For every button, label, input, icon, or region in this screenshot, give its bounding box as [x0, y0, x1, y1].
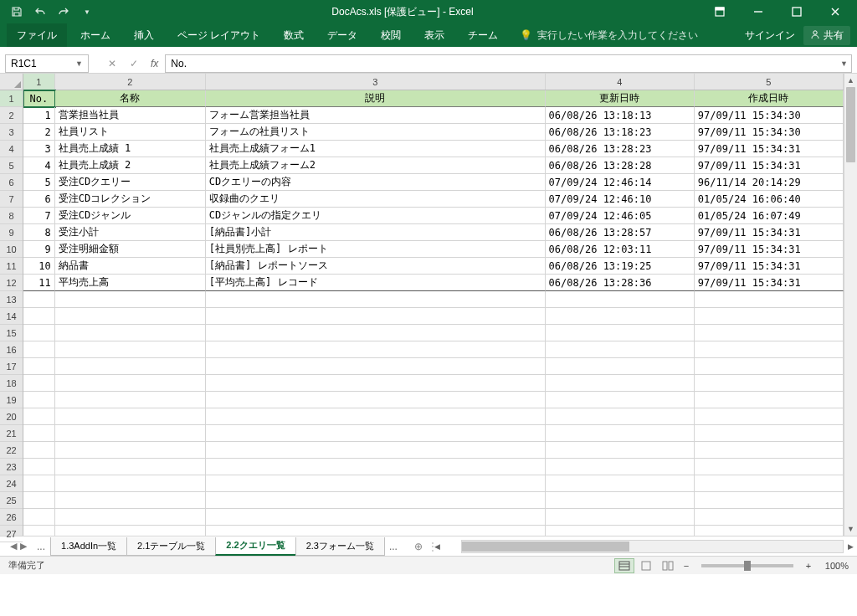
cell[interactable]: 社員売上成績フォーム1 — [206, 141, 546, 157]
cell[interactable]: 97/09/11 15:34:31 — [695, 241, 844, 258]
tab-view[interactable]: 表示 — [414, 23, 454, 47]
cell[interactable]: 07/09/24 12:46:10 — [546, 191, 695, 208]
cell[interactable] — [23, 375, 55, 392]
row-header[interactable]: 21 — [0, 425, 23, 442]
cell[interactable] — [206, 442, 546, 459]
cell[interactable]: 平均売上高 — [55, 275, 206, 291]
tab-data[interactable]: データ — [317, 23, 367, 47]
cell[interactable] — [206, 475, 546, 492]
enter-formula-icon[interactable]: ✓ — [124, 54, 144, 73]
cell[interactable] — [55, 509, 206, 526]
scroll-thumb[interactable] — [462, 542, 629, 552]
tab-insert[interactable]: 挿入 — [124, 23, 164, 47]
cell[interactable] — [695, 425, 844, 442]
fx-icon[interactable]: fx — [151, 58, 158, 69]
cell[interactable]: 受注明細金額 — [55, 241, 206, 258]
cell[interactable] — [695, 291, 844, 308]
cell[interactable] — [55, 375, 206, 392]
row-header[interactable]: 10 — [0, 241, 23, 258]
col-header[interactable]: 4 — [546, 74, 695, 90]
cell[interactable] — [23, 358, 55, 375]
cell[interactable]: フォーム営業担当社員 — [206, 107, 546, 124]
cell[interactable] — [206, 308, 546, 325]
cell[interactable]: 社員売上成績 2 — [55, 157, 206, 174]
cell[interactable] — [695, 392, 844, 408]
tab-formulas[interactable]: 数式 — [274, 23, 314, 47]
cell[interactable] — [546, 425, 695, 442]
scroll-up-icon[interactable]: ▲ — [844, 74, 857, 87]
expand-formula-icon[interactable]: ▼ — [840, 59, 848, 68]
cell[interactable] — [23, 459, 55, 475]
cell[interactable]: 06/08/26 12:03:11 — [546, 241, 695, 258]
row-header[interactable]: 6 — [0, 174, 23, 191]
cell[interactable] — [55, 291, 206, 308]
cell[interactable] — [206, 325, 546, 341]
cell[interactable]: 収録曲のクエリ — [206, 191, 546, 208]
cell[interactable] — [546, 325, 695, 341]
cell[interactable]: 受注小計 — [55, 224, 206, 241]
cell[interactable] — [546, 459, 695, 475]
cell[interactable] — [206, 425, 546, 442]
col-header[interactable]: 3 — [206, 74, 546, 90]
cell[interactable] — [695, 475, 844, 492]
cell[interactable] — [23, 308, 55, 325]
cell[interactable] — [206, 392, 546, 408]
row-header[interactable]: 15 — [0, 325, 23, 341]
cell[interactable]: CDクエリーの内容 — [206, 174, 546, 191]
cell[interactable] — [546, 526, 695, 536]
cell[interactable]: 97/09/11 15:34:31 — [695, 141, 844, 157]
cell[interactable]: 06/08/26 13:28:36 — [546, 275, 695, 291]
cell[interactable]: 3 — [23, 141, 55, 157]
cell[interactable]: [社員別売上高] レポート — [206, 241, 546, 258]
row-header[interactable]: 22 — [0, 442, 23, 459]
cell[interactable]: [納品書] レポートソース — [206, 258, 546, 275]
cell[interactable] — [546, 375, 695, 392]
col-header[interactable]: 5 — [695, 74, 844, 90]
row-header[interactable]: 25 — [0, 492, 23, 509]
cell[interactable]: 説明 — [206, 90, 546, 107]
tab-file[interactable]: ファイル — [7, 23, 67, 47]
sheet-tab-query[interactable]: 2.2クエリ一覧 — [215, 537, 295, 556]
qat-dropdown-icon[interactable]: ▼ — [77, 2, 97, 22]
cell[interactable]: 社員売上成績 1 — [55, 141, 206, 157]
cell[interactable]: 受注CDコレクション — [55, 191, 206, 208]
cell[interactable] — [23, 408, 55, 425]
cell[interactable]: 97/09/11 15:34:30 — [695, 107, 844, 124]
sheet-tab-table[interactable]: 2.1テーブル一覧 — [126, 537, 216, 556]
cell[interactable]: 納品書 — [55, 258, 206, 275]
row-header[interactable]: 7 — [0, 191, 23, 208]
row-header[interactable]: 20 — [0, 408, 23, 425]
col-header[interactable]: 2 — [55, 74, 206, 90]
cell[interactable]: 01/05/24 16:06:40 — [695, 191, 844, 208]
row-header[interactable]: 9 — [0, 224, 23, 241]
formula-input[interactable]: No. ▼ — [165, 54, 852, 73]
cell[interactable] — [546, 509, 695, 526]
cell[interactable]: 7 — [23, 208, 55, 224]
signin-link[interactable]: サインイン — [745, 28, 795, 43]
scroll-right-icon[interactable]: ▶ — [844, 542, 857, 551]
cell[interactable]: CDジャンルの指定クエリ — [206, 208, 546, 224]
row-header[interactable]: 17 — [0, 358, 23, 375]
cancel-formula-icon[interactable]: ✕ — [102, 54, 122, 73]
row-header[interactable]: 1 — [0, 90, 23, 107]
cell[interactable] — [55, 392, 206, 408]
row-header[interactable]: 27 — [0, 526, 23, 542]
row-header[interactable]: 12 — [0, 275, 23, 291]
cell[interactable]: 97/09/11 15:34:31 — [695, 157, 844, 174]
cell[interactable]: 07/09/24 12:46:14 — [546, 174, 695, 191]
cell[interactable] — [23, 425, 55, 442]
ribbon-display-options-icon[interactable] — [701, 0, 738, 23]
vertical-scrollbar[interactable]: ▲ ▼ — [844, 74, 857, 536]
cell[interactable]: フォームの社員リスト — [206, 124, 546, 141]
minimize-button[interactable] — [740, 0, 777, 23]
cell[interactable]: 2 — [23, 124, 55, 141]
cell[interactable] — [206, 358, 546, 375]
cell[interactable] — [695, 526, 844, 536]
view-page-break-icon[interactable] — [658, 558, 678, 573]
row-header[interactable]: 11 — [0, 258, 23, 275]
cell[interactable]: 97/09/11 15:34:31 — [695, 224, 844, 241]
cell[interactable]: [平均売上高] レコード — [206, 275, 546, 291]
share-button[interactable]: 共有 — [803, 26, 850, 45]
cell[interactable] — [695, 459, 844, 475]
cell[interactable] — [206, 526, 546, 536]
